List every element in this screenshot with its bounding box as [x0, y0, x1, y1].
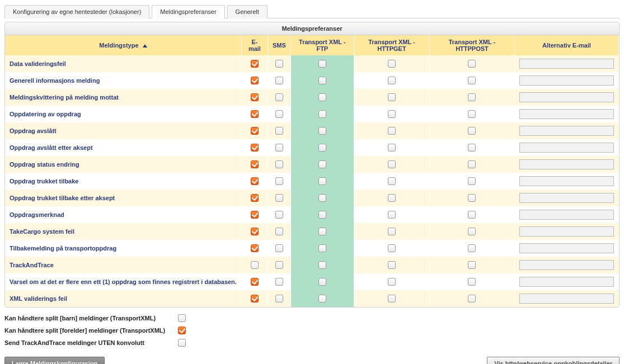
checkbox-ftp[interactable]	[318, 60, 326, 68]
checkbox-ftp[interactable]	[318, 295, 326, 302]
checkbox-sms[interactable]	[275, 244, 283, 252]
checkbox-email[interactable]	[251, 127, 259, 135]
checkbox-email[interactable]	[251, 228, 259, 235]
checkbox-httppost[interactable]	[468, 144, 476, 152]
checkbox-email[interactable]	[251, 295, 259, 302]
alt-email-input[interactable]	[519, 193, 614, 203]
checkbox-httppost[interactable]	[468, 228, 476, 235]
checkbox-sms[interactable]	[275, 144, 283, 152]
checkbox-sms[interactable]	[275, 60, 283, 68]
checkbox-httppost[interactable]	[468, 244, 476, 252]
checkbox-ftp[interactable]	[318, 144, 326, 152]
checkbox-httpget[interactable]	[388, 144, 396, 152]
checkbox-sms[interactable]	[275, 211, 283, 219]
checkbox-ftp[interactable]	[318, 110, 326, 118]
checkbox-httpget[interactable]	[388, 261, 396, 269]
option-checkbox[interactable]	[178, 327, 186, 334]
checkbox-ftp[interactable]	[318, 278, 326, 286]
checkbox-ftp[interactable]	[318, 77, 326, 84]
checkbox-httpget[interactable]	[388, 60, 396, 68]
checkbox-email[interactable]	[251, 244, 259, 252]
checkbox-sms[interactable]	[275, 177, 283, 185]
checkbox-ftp[interactable]	[318, 93, 326, 101]
checkbox-sms[interactable]	[275, 228, 283, 235]
checkbox-httpget[interactable]	[388, 160, 396, 168]
checkbox-sms[interactable]	[275, 77, 283, 84]
checkbox-httpget[interactable]	[388, 110, 396, 118]
checkbox-email[interactable]	[251, 278, 259, 286]
checkbox-httpget[interactable]	[388, 127, 396, 135]
checkbox-ftp[interactable]	[318, 244, 326, 252]
alt-email-input[interactable]	[519, 143, 614, 153]
checkbox-email[interactable]	[251, 160, 259, 168]
checkbox-httpget[interactable]	[388, 228, 396, 235]
checkbox-ftp[interactable]	[318, 228, 326, 235]
alt-email-input[interactable]	[519, 59, 614, 69]
checkbox-httppost[interactable]	[468, 93, 476, 101]
col-httpget[interactable]: Transport XML - HTTPGET	[354, 35, 429, 55]
checkbox-httppost[interactable]	[468, 110, 476, 118]
checkbox-httpget[interactable]	[388, 278, 396, 286]
checkbox-email[interactable]	[251, 93, 259, 101]
alt-email-input[interactable]	[519, 159, 614, 169]
checkbox-sms[interactable]	[275, 160, 283, 168]
checkbox-email[interactable]	[251, 177, 259, 185]
alt-email-input[interactable]	[519, 260, 614, 270]
alt-email-input[interactable]	[519, 92, 614, 102]
checkbox-httpget[interactable]	[388, 295, 396, 302]
checkbox-httppost[interactable]	[468, 194, 476, 202]
checkbox-httppost[interactable]	[468, 295, 476, 302]
checkbox-ftp[interactable]	[318, 177, 326, 185]
alt-email-input[interactable]	[519, 75, 614, 86]
checkbox-email[interactable]	[251, 110, 259, 118]
checkbox-email[interactable]	[251, 60, 259, 68]
alt-email-input[interactable]	[519, 176, 614, 186]
checkbox-ftp[interactable]	[318, 127, 326, 135]
checkbox-email[interactable]	[251, 261, 259, 269]
checkbox-httppost[interactable]	[468, 278, 476, 286]
col-ftp[interactable]: Transport XML - FTP	[290, 35, 354, 55]
checkbox-httpget[interactable]	[388, 194, 396, 202]
checkbox-email[interactable]	[251, 194, 259, 202]
checkbox-sms[interactable]	[275, 194, 283, 202]
checkbox-httpget[interactable]	[388, 177, 396, 185]
checkbox-email[interactable]	[251, 211, 259, 219]
tab-2[interactable]: Generelt	[227, 5, 268, 18]
checkbox-httppost[interactable]	[468, 211, 476, 219]
option-checkbox[interactable]	[178, 314, 186, 322]
checkbox-httpget[interactable]	[388, 93, 396, 101]
alt-email-input[interactable]	[519, 277, 614, 287]
checkbox-email[interactable]	[251, 77, 259, 84]
checkbox-httppost[interactable]	[468, 77, 476, 84]
checkbox-sms[interactable]	[275, 127, 283, 135]
checkbox-httpget[interactable]	[388, 77, 396, 84]
col-type[interactable]: Meldingstype	[5, 35, 241, 55]
checkbox-ftp[interactable]	[318, 194, 326, 202]
checkbox-sms[interactable]	[275, 261, 283, 269]
checkbox-sms[interactable]	[275, 93, 283, 101]
checkbox-email[interactable]	[251, 144, 259, 152]
tab-1[interactable]: Meldingspreferanser	[152, 5, 224, 18]
checkbox-httppost[interactable]	[468, 177, 476, 185]
checkbox-httpget[interactable]	[388, 211, 396, 219]
col-email[interactable]: E-mail	[241, 35, 268, 55]
checkbox-httppost[interactable]	[468, 261, 476, 269]
col-httppost[interactable]: Transport XML - HTTPPOST	[430, 35, 515, 55]
checkbox-httppost[interactable]	[468, 160, 476, 168]
tab-0[interactable]: Konfigurering av egne hentesteder (lokas…	[4, 5, 149, 18]
alt-email-input[interactable]	[519, 210, 614, 220]
option-checkbox[interactable]	[178, 339, 186, 347]
checkbox-ftp[interactable]	[318, 211, 326, 219]
alt-email-input[interactable]	[519, 226, 614, 237]
checkbox-sms[interactable]	[275, 295, 283, 302]
checkbox-sms[interactable]	[275, 278, 283, 286]
checkbox-ftp[interactable]	[318, 160, 326, 168]
col-altemail[interactable]: Alternativ E-mail	[514, 35, 618, 55]
checkbox-httppost[interactable]	[468, 60, 476, 68]
alt-email-input[interactable]	[519, 294, 614, 304]
checkbox-httpget[interactable]	[388, 244, 396, 252]
show-details-button[interactable]: Vis http/webservice-oppkoblingsdetaljer	[487, 357, 620, 364]
alt-email-input[interactable]	[519, 243, 614, 253]
col-sms[interactable]: SMS	[268, 35, 290, 55]
checkbox-httppost[interactable]	[468, 127, 476, 135]
